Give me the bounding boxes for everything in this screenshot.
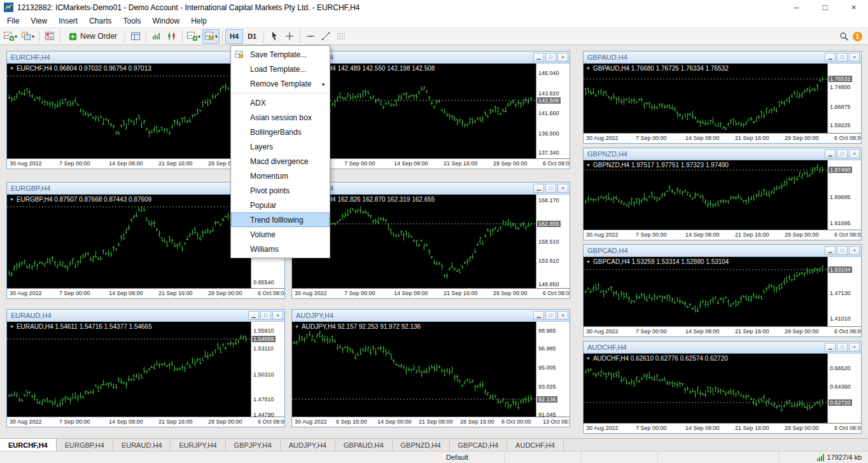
tab-audjpy-h4[interactable]: AUDJPY,H4 (281, 439, 335, 451)
tab-gbpcad-h4[interactable]: GBPCAD,H4 (450, 439, 508, 451)
window-close-button[interactable]: × (272, 311, 283, 320)
window-restore-button[interactable]: □ (837, 343, 848, 352)
chart-window-titlebar[interactable]: AUDJPY,H4▁□× (292, 310, 570, 322)
tab-eurjpy-h4[interactable]: EURJPY,H4 (171, 439, 225, 451)
window-minimize-button[interactable]: ▁ (825, 149, 836, 158)
trendline-button[interactable] (318, 29, 333, 44)
chart-window-titlebar[interactable]: GBPAUD,H4▁□× (584, 52, 861, 64)
menu-item-label: Popular (250, 201, 276, 210)
menu-item-asian-session-box[interactable]: Asian session box (231, 110, 330, 125)
chart-plot[interactable]: ▼GBPAUD,H4 1.76680 1.76725 1.76334 1.765… (584, 64, 828, 134)
chart-window-titlebar[interactable]: GBPJPY,H4▁□× (292, 183, 570, 195)
window-minimize-button[interactable]: ▁ (248, 311, 259, 320)
horizontal-line-button[interactable] (303, 29, 318, 44)
period-h4-button[interactable]: H4 (225, 29, 243, 44)
window-close-button[interactable]: × (849, 343, 860, 352)
indicators-button[interactable]: ▾ (185, 29, 202, 44)
menu-view[interactable]: View (25, 15, 53, 27)
tab-gbpjpy-h4[interactable]: GBPJPY,H4 (226, 439, 281, 451)
menu-insert[interactable]: Insert (53, 15, 83, 27)
trendline-icon (321, 31, 331, 41)
window-minimize-button[interactable]: ▁ (825, 246, 836, 255)
tab-euraud-h4[interactable]: EURAUD,H4 (113, 439, 171, 451)
candle-chart-mode-button[interactable] (164, 29, 179, 44)
search-button[interactable] (836, 29, 851, 44)
new-order-label: New Order (80, 32, 117, 41)
window-minimize-button[interactable]: ▁ (825, 53, 836, 62)
window-minimize-button[interactable]: ▁ (533, 184, 544, 193)
chart-plot[interactable]: ▼AUDCHF,H4 0.62610 0.62776 0.62574 0.627… (584, 354, 828, 424)
status-profile[interactable]: Default (410, 452, 505, 463)
period-d1-button[interactable]: D1 (243, 29, 261, 44)
menu-item-trend-folllowing[interactable]: Trend folllowing (231, 212, 330, 227)
fibonacci-button[interactable] (333, 29, 349, 44)
menu-item-popular[interactable]: Popular (231, 198, 330, 212)
templates-button[interactable]: ▾ (202, 29, 220, 44)
window-minimize-button[interactable]: – (782, 0, 811, 15)
tab-eurgbp-h4[interactable]: EURGBP,H4 (57, 439, 113, 451)
window-minimize-button[interactable]: ▁ (825, 343, 836, 352)
market-watch-button[interactable] (42, 29, 57, 44)
menu-item-save-template[interactable]: Save Template... (231, 47, 330, 62)
menu-item-remove-template[interactable]: Remove Template▸ (231, 76, 330, 91)
price-bars-svg (7, 195, 251, 289)
new-chart-button[interactable]: ▾ (2, 29, 19, 44)
terminal-button[interactable] (128, 29, 143, 44)
menu-window[interactable]: Window (147, 15, 186, 27)
menu-item-williams[interactable]: Williams (231, 242, 330, 256)
menu-item-volume[interactable]: Volume (231, 227, 330, 242)
chart-window-titlebar[interactable]: EURAUD,H4▁□× (7, 310, 284, 322)
chart-plot[interactable]: ▼EURCHF,H4 0.96804 0.97032 0.96754 0.970… (7, 64, 251, 159)
window-restore-button[interactable]: □ (837, 53, 848, 62)
chart-window-titlebar[interactable]: AUDCHF,H4▁□× (584, 342, 861, 354)
menu-item-momentum[interactable]: Momentum (231, 169, 330, 183)
chart-plot[interactable]: ▼GBPCAD,H4 1.53259 1.53314 1.52880 1.531… (584, 257, 828, 327)
window-maximize-button[interactable]: □ (811, 0, 839, 15)
crosshair-button[interactable] (282, 29, 297, 44)
bar-chart-mode-button[interactable] (149, 29, 164, 44)
chart-window-titlebar[interactable]: GBPCAD,H4▁□× (584, 245, 861, 257)
tab-gbpnzd-h4[interactable]: GBPNZD,H4 (393, 439, 450, 451)
window-close-button[interactable]: × (557, 184, 568, 193)
menu-help[interactable]: Help (185, 15, 213, 27)
window-close-button[interactable]: × (849, 53, 860, 62)
menu-item-bollingerbands[interactable]: BollingerBands (231, 125, 330, 139)
window-close-button[interactable]: × (839, 0, 868, 15)
menu-tools[interactable]: Tools (118, 15, 147, 27)
cursor-button[interactable] (267, 29, 282, 44)
window-close-button[interactable]: × (849, 149, 860, 158)
window-minimize-button[interactable]: ▁ (533, 311, 544, 320)
window-close-button[interactable]: × (557, 311, 568, 320)
chart-window-titlebar[interactable]: EURJPY,H4▁□× (292, 52, 570, 64)
chart-plot[interactable]: ▼EURAUD,H4 1.54611 1.54716 1.54377 1.546… (7, 322, 251, 417)
chart-plot[interactable]: ▼AUDJPY,H4 92.157 92.253 91.972 92.136 (292, 322, 536, 417)
chart-plot[interactable]: ▼GBPNZD,H4 1.97517 1.97751 1.97323 1.974… (584, 160, 828, 230)
chart-plot[interactable]: ▼EURGBP,H4 0.87507 0.87668 0.87443 0.876… (7, 195, 251, 289)
templates-icon (204, 31, 214, 41)
window-restore-button[interactable]: □ (545, 311, 556, 320)
price-label: 1.89685 (830, 194, 851, 200)
chart-window-titlebar[interactable]: GBPNZD,H4▁□× (584, 148, 861, 160)
window-close-button[interactable]: × (557, 53, 568, 62)
window-restore-button[interactable]: □ (545, 184, 556, 193)
tab-eurchf-h4[interactable]: EURCHF,H4 (0, 439, 57, 451)
menu-item-layers[interactable]: Layers (231, 139, 330, 154)
menu-file[interactable]: File (1, 15, 25, 27)
window-close-button[interactable]: × (849, 246, 860, 255)
menu-item-macd-divergence[interactable]: Macd divergence (231, 154, 330, 169)
menu-item-adx[interactable]: ADX (231, 95, 330, 110)
notification-badge[interactable]: 1 (853, 32, 862, 41)
window-restore-button[interactable]: □ (260, 311, 271, 320)
tab-audchf-h4[interactable]: AUDCHF,H4 (507, 439, 564, 451)
menu-item-load-template[interactable]: Load Template... (231, 62, 330, 76)
time-label: 30 Aug 2022 (586, 328, 619, 335)
new-order-button[interactable]: New Order (63, 29, 122, 44)
tab-gbpaud-h4[interactable]: GBPAUD,H4 (335, 439, 393, 451)
window-minimize-button[interactable]: ▁ (533, 53, 544, 62)
window-restore-button[interactable]: □ (837, 149, 848, 158)
window-restore-button[interactable]: □ (837, 246, 848, 255)
window-restore-button[interactable]: □ (545, 53, 556, 62)
menu-item-pivot-points[interactable]: Pivot points (231, 183, 330, 198)
menu-charts[interactable]: Charts (83, 15, 117, 27)
profiles-button[interactable]: ▾ (19, 29, 36, 44)
